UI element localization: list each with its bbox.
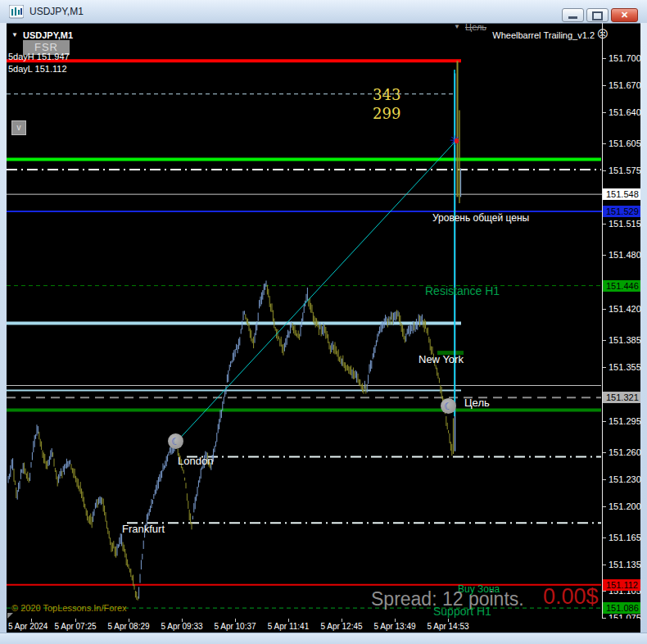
price-tag: 151.446 [603, 280, 640, 292]
price-tick [603, 479, 606, 480]
price-tick [603, 537, 606, 538]
price-tick [603, 506, 606, 507]
fib-343-label: 343 [373, 87, 400, 103]
price-tick [603, 85, 606, 86]
five-day-high-label: 5dayH 151.947 [8, 52, 70, 61]
price-tag: 151.529 [603, 206, 640, 217]
window-bottom-border [0, 633, 647, 644]
restore-icon [592, 11, 603, 20]
price-tick-label: 151.260 [609, 447, 641, 457]
chart-symbol-label[interactable]: USDJPY,M1 [23, 30, 73, 40]
new-york-label: New York [419, 354, 464, 365]
price-tick-label: 151.480 [609, 250, 641, 260]
price-axis[interactable]: 151.700151.670151.640151.605151.575151.5… [602, 23, 647, 619]
price-tag: 151.321 [603, 392, 640, 403]
window-title: USDJPY,M1 [29, 7, 84, 17]
price-tick-label: 151.230 [609, 474, 641, 484]
price-tick [603, 452, 606, 453]
time-tick-label: 5 Apr 07:25 [54, 622, 96, 631]
app-icon [9, 5, 24, 20]
price-tick [603, 367, 606, 368]
time-tick-label: 5 Apr 12:45 [320, 622, 362, 631]
price-tick-label: 151.295 [609, 416, 641, 426]
price-tick [603, 309, 606, 310]
price-tick [603, 112, 606, 113]
target-mid-label: Цель [464, 397, 490, 409]
copyright-label: © 2020 TopLessons.In/Forex [11, 603, 127, 613]
price-tick-label: 151.605 [609, 138, 641, 148]
price-plot[interactable] [0, 0, 647, 644]
common-price-label: Уровень общей цены [432, 213, 529, 224]
time-tick-label: 5 Apr 08:29 [107, 622, 149, 631]
price-tick-label: 151.640 [609, 107, 641, 117]
frankfurt-label: Frankfurt [122, 524, 165, 535]
price-tick [603, 565, 606, 565]
london-label: London [178, 456, 213, 467]
fib-299-label: 299 [373, 106, 400, 122]
price-tag: 151.112 [603, 579, 640, 591]
price-tag: 151.086 [603, 602, 640, 614]
price-tick-label: 151.135 [609, 560, 641, 569]
price-tag: 151.548 [603, 188, 640, 200]
five-day-low-label: 5dayL 151.112 [8, 64, 67, 74]
price-tick-label: 151.165 [609, 533, 641, 542]
window-titlebar[interactable]: USDJPY,M1 ✕ [0, 0, 647, 23]
support-h1-label: Support H1 [433, 605, 491, 618]
burst-dot-icon [455, 138, 459, 143]
profit-label: 0.00$ [543, 585, 599, 610]
target-top-label: Цель [465, 22, 486, 32]
price-tick [603, 143, 606, 144]
mt4-chart-window: USDJPY,M1 ✕ ▼ USDJPY,M1 Wheelbarrel Trai… [0, 0, 647, 644]
price-tick-label: 151.420 [609, 304, 641, 314]
time-tick-label: 5 Apr 14:53 [427, 622, 468, 631]
time-tick-label: 5 Apr 2024 [8, 622, 48, 631]
price-tick [603, 170, 606, 171]
price-tick [603, 224, 606, 224]
smiley-glyph: ☾ [444, 401, 453, 412]
price-tick-label: 151.385 [609, 335, 641, 345]
price-tick [603, 255, 606, 256]
price-tick-label: 151.355 [609, 362, 641, 372]
smiley-glyph: ☾ [171, 436, 180, 447]
price-tick-label: 151.575 [609, 166, 641, 175]
time-tick-label: 5 Apr 13:49 [373, 622, 415, 631]
resistance-h1-label: Resistance H1 [425, 285, 500, 297]
minimize-button[interactable] [562, 8, 584, 22]
price-tick [603, 591, 606, 592]
price-tick [603, 58, 606, 59]
price-tick [603, 340, 606, 341]
time-tick-label: 5 Apr 09:33 [161, 622, 202, 631]
chart-object-square[interactable]: v [11, 120, 26, 135]
time-tick-label: 5 Apr 11:41 [268, 622, 309, 631]
price-tick-label: 151.700 [609, 53, 641, 63]
chevron-down-icon[interactable]: ▼ [11, 32, 18, 39]
scroll-corner-icon [7, 613, 13, 619]
price-tick-label: 151.200 [609, 501, 641, 511]
price-tick-label: 151.515 [609, 219, 641, 229]
smiley-marker-icon[interactable]: ☾ [168, 433, 183, 449]
time-axis[interactable]: 5 Apr 20245 Apr 07:255 Apr 08:295 Apr 09… [7, 619, 640, 633]
price-tick [603, 421, 606, 422]
close-button[interactable]: ✕ [611, 8, 638, 22]
restore-button[interactable] [586, 8, 609, 22]
target-arrow-icon: ▼ [454, 24, 460, 31]
minimize-icon [568, 16, 577, 19]
time-tick-label: 5 Apr 10:37 [214, 622, 256, 631]
price-tick-label: 151.670 [609, 80, 641, 90]
